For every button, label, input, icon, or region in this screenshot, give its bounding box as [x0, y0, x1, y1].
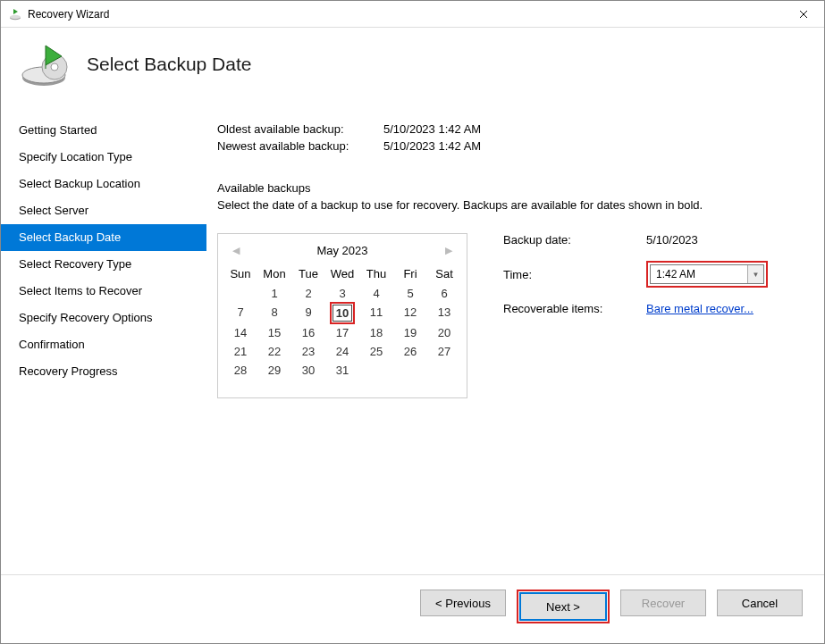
calendar-day — [223, 284, 257, 303]
calendar-day[interactable]: 26 — [393, 342, 427, 361]
calendar-day[interactable]: 19 — [393, 323, 427, 342]
sidebar-step[interactable]: Select Server — [1, 197, 206, 224]
oldest-backup-row: Oldest available backup: 5/10/2023 1:42 … — [217, 122, 799, 136]
time-dropdown[interactable]: 1:42 AM ▼ — [650, 264, 764, 284]
calendar-day — [359, 361, 393, 380]
wizard-steps-sidebar: Getting StartedSpecify Location TypeSele… — [1, 108, 206, 574]
calendar-day[interactable]: 4 — [359, 284, 393, 303]
calendar-day[interactable]: 12 — [393, 303, 427, 323]
time-highlight: 1:42 AM ▼ — [646, 261, 768, 288]
available-backups-desc: Select the date of a backup to use for r… — [217, 198, 799, 212]
sidebar-step[interactable]: Select Backup Date — [1, 224, 206, 251]
time-dropdown-value: 1:42 AM — [651, 265, 747, 283]
recoverable-items-label: Recoverable items: — [503, 302, 646, 315]
recover-button: Recover — [620, 590, 706, 616]
sidebar-step[interactable]: Recovery Progress — [1, 358, 206, 385]
sidebar-step[interactable]: Getting Started — [1, 117, 206, 144]
calendar-day[interactable]: 24 — [325, 342, 359, 361]
calendar-day[interactable]: 3 — [325, 284, 359, 303]
calendar-day[interactable]: 21 — [223, 342, 257, 361]
calendar-dow: Fri — [393, 263, 427, 284]
calendar-day[interactable]: 5 — [393, 284, 427, 303]
wizard-body: Getting StartedSpecify Location TypeSele… — [1, 108, 824, 574]
calendar: ◀ May 2023 ▶ SunMonTueWedThuFriSat123456… — [217, 233, 467, 398]
calendar-day[interactable]: 31 — [325, 361, 359, 380]
calendar-dow: Tue — [291, 263, 325, 284]
calendar-day[interactable]: 30 — [291, 361, 325, 380]
calendar-dow: Wed — [325, 263, 359, 284]
calendar-day[interactable]: 17 — [325, 323, 359, 342]
newest-backup-row: Newest available backup: 5/10/2023 1:42 … — [217, 139, 799, 153]
backup-date-value: 5/10/2023 — [646, 233, 698, 247]
oldest-backup-label: Oldest available backup: — [217, 122, 383, 136]
calendar-dow: Sun — [223, 263, 257, 284]
sidebar-step[interactable]: Specify Recovery Options — [1, 305, 206, 331]
page-title: Select Backup Date — [87, 54, 251, 75]
calendar-day[interactable]: 9 — [291, 303, 325, 323]
svg-point-1 — [10, 14, 21, 18]
calendar-grid: SunMonTueWedThuFriSat1234567891011121314… — [218, 263, 467, 380]
calendar-dow: Thu — [359, 263, 393, 284]
sidebar-step[interactable]: Confirmation — [1, 331, 206, 358]
calendar-day[interactable]: 7 — [223, 303, 257, 323]
cancel-button[interactable]: Cancel — [717, 590, 803, 616]
titlebar: Recovery Wizard — [1, 1, 824, 28]
main-panel: Oldest available backup: 5/10/2023 1:42 … — [206, 108, 824, 574]
calendar-day[interactable]: 25 — [359, 342, 393, 361]
calendar-day[interactable]: 23 — [291, 342, 325, 361]
wizard-header-icon — [19, 40, 71, 88]
calendar-day[interactable]: 11 — [359, 303, 393, 323]
calendar-day[interactable]: 16 — [291, 323, 325, 342]
titlebar-text: Recovery Wizard — [28, 8, 783, 21]
next-button[interactable]: Next > — [520, 593, 606, 620]
calendar-day[interactable]: 1 — [257, 284, 291, 303]
recoverable-items-link[interactable]: Bare metal recover... — [646, 302, 753, 315]
close-button[interactable] — [783, 1, 824, 28]
backup-details: Backup date: 5/10/2023 Time: 1:42 AM ▼ R… — [503, 233, 799, 398]
wizard-footer: < Previous Next > Recover Cancel — [1, 574, 824, 643]
newest-backup-value: 5/10/2023 1:42 AM — [383, 139, 481, 153]
sidebar-step[interactable]: Select Backup Location — [1, 171, 206, 197]
calendar-day[interactable]: 22 — [257, 342, 291, 361]
calendar-day[interactable]: 15 — [257, 323, 291, 342]
calendar-prev-button[interactable]: ◀ — [229, 243, 243, 258]
calendar-day[interactable]: 18 — [359, 323, 393, 342]
sidebar-step[interactable]: Select Items to Recover — [1, 278, 206, 305]
sidebar-step[interactable]: Select Recovery Type — [1, 251, 206, 278]
available-backups-title: Available backups — [217, 181, 799, 195]
calendar-day[interactable]: 20 — [427, 323, 461, 342]
calendar-day[interactable]: 6 — [427, 284, 461, 303]
calendar-day — [427, 361, 461, 380]
calendar-dow: Sat — [427, 263, 461, 284]
newest-backup-label: Newest available backup: — [217, 139, 383, 153]
calendar-day[interactable]: 13 — [427, 303, 461, 323]
oldest-backup-value: 5/10/2023 1:42 AM — [383, 122, 481, 136]
calendar-month-label: May 2023 — [316, 244, 367, 257]
svg-point-5 — [51, 63, 58, 71]
calendar-day[interactable]: 27 — [427, 342, 461, 361]
calendar-day — [393, 361, 427, 380]
sidebar-step[interactable]: Specify Location Type — [1, 144, 206, 171]
next-button-highlight: Next > — [517, 590, 610, 623]
backup-time-label: Time: — [503, 268, 646, 281]
previous-button[interactable]: < Previous — [420, 590, 506, 616]
calendar-day[interactable]: 28 — [223, 361, 257, 380]
calendar-day[interactable]: 10 — [325, 303, 359, 323]
backup-date-label: Backup date: — [503, 233, 646, 247]
chevron-down-icon: ▼ — [747, 265, 763, 283]
wizard-header: Select Backup Date — [1, 28, 824, 108]
calendar-dow: Mon — [257, 263, 291, 284]
calendar-day[interactable]: 29 — [257, 361, 291, 380]
calendar-day[interactable]: 14 — [223, 323, 257, 342]
app-icon — [8, 7, 22, 21]
calendar-day[interactable]: 2 — [291, 284, 325, 303]
calendar-next-button[interactable]: ▶ — [442, 243, 456, 258]
calendar-day[interactable]: 8 — [257, 303, 291, 323]
